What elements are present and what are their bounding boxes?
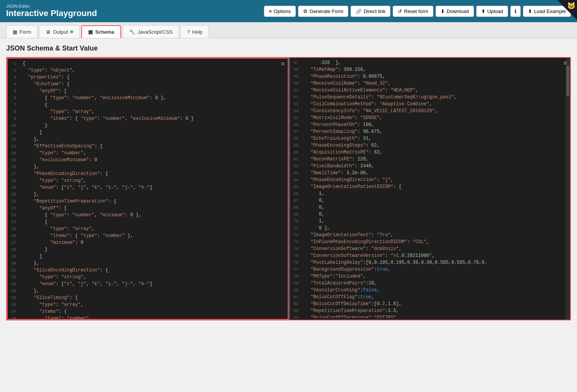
code-line: 76 "PostLabelingDelay":[0,0.195,0.195,0.… [290, 259, 570, 266]
reset-form-button[interactable]: ↺ Reset form [393, 6, 433, 17]
code-line: 28 } [8, 246, 288, 253]
code-line: 5 "anyOf": [ [8, 88, 288, 95]
code-line: 12 }, [8, 136, 288, 143]
code-line: 33 "enum": ["i", "j", "k", "i-", "j-", "… [8, 281, 288, 287]
header-main-title: Interactive Playground [6, 8, 97, 18]
code-line: 22 "anyOf": [ [8, 205, 288, 212]
header-subtitle: JSON-Editor [6, 4, 97, 8]
code-line: 25 "type": "array", [8, 225, 288, 232]
code-line: 35 "SliceTiming": { [8, 294, 288, 301]
code-line: 67 0, [290, 197, 570, 204]
wrench-icon: 🔧 [129, 29, 135, 35]
code-line: 68 0, [290, 204, 570, 211]
code-line: 51 "ReceiveCoilActiveElements": "HEA;HEP… [290, 87, 570, 94]
code-line: 37 "items": { [8, 308, 288, 315]
code-line: 65 "ImageOrientationPatientDICOM": [ [290, 183, 570, 190]
upload-icon: ⬆ [481, 8, 485, 14]
code-line: 60 "AcquisitionMatrixPE": 62, [290, 149, 570, 156]
scroll-thumb[interactable] [566, 65, 569, 96]
right-editor-menu-icon[interactable]: ≡ [563, 60, 567, 67]
code-line: 26 "items": { "type": "number" }, [8, 232, 288, 239]
options-button[interactable]: ≡ Options [264, 6, 296, 17]
download-button[interactable]: ⬇ Download [436, 6, 474, 17]
code-line: 79 "TotalAcquiredPairs":10, [290, 280, 570, 287]
tab-output[interactable]: 🖥 Output [39, 25, 80, 38]
code-line: 56 "PercentPhaseFOV": 100, [290, 121, 570, 128]
schema-icon: ▦ [88, 29, 93, 35]
code-line: 9 "items": { "type": "number", "exclusiv… [8, 115, 288, 122]
code-line: 70 1, [290, 218, 570, 225]
code-line: 83 "RepetitionTimePreparation":3.5, [290, 307, 570, 314]
code-line: 14 "type": "number", [8, 150, 288, 157]
code-line: 24 { [8, 219, 288, 225]
header: JSON-Editor Interactive Playground ≡ Opt… [0, 0, 577, 22]
code-line: 2 "type": "object", [8, 67, 288, 74]
code-line: 8 "type": "array", [8, 108, 288, 115]
code-line: 27 "minimum": 0 [8, 239, 288, 246]
tab-javascript-css[interactable]: 🔧 JavaScript/CSS [123, 25, 179, 38]
direct-link-button[interactable]: 🔗 Direct link [351, 6, 390, 17]
code-line: 32 "type": "string", [8, 274, 288, 281]
output-active-dot [70, 30, 73, 33]
right-editor[interactable]: ≡ 47 -328 ],48 "TxRefAmp": 368.158,49 "P… [288, 58, 570, 320]
code-line: 78 "M0Type":"Included", [290, 273, 570, 280]
link-icon: 🔗 [356, 8, 362, 14]
generate-form-button[interactable]: ⚙ Generate Form [298, 6, 348, 17]
code-line: 54 "ConsistencyInfo": "N4_VE11C_LATEST_2… [290, 108, 570, 114]
code-line: 58 "EchoTrainLength": 31, [290, 135, 570, 142]
code-line: 69 0, [290, 211, 570, 218]
code-line: 66 1, [290, 190, 570, 197]
header-buttons: ≡ Options ⚙ Generate Form 🔗 Direct link … [264, 6, 571, 17]
code-line: 16 }, [8, 163, 288, 170]
left-editor-menu-icon[interactable]: ≡ [281, 61, 285, 68]
code-line: 75 "ConversionSoftwareVersion": "v1.0.20… [290, 252, 570, 259]
right-code-area: 47 -328 ],48 "TxRefAmp": 368.158,49 "Pha… [290, 58, 570, 318]
code-line: 64 "PhaseEncodingDirection": "j", [290, 176, 570, 183]
code-line: 13 "EffectiveEchoSpacing": { [8, 143, 288, 150]
code-line: 20 }, [8, 191, 288, 198]
section-title: JSON Schema & Start Value [6, 44, 571, 52]
code-line: 15 "exclusiveMinimum": 0 [8, 157, 288, 163]
code-line: 63 "DwellTime": 3.2e-06, [290, 170, 570, 176]
code-line: 3 "properties": { [8, 74, 288, 81]
gear-icon: ⚙ [303, 8, 308, 14]
code-line: 53 "CoilCombinationMethod": "Adaptive Co… [290, 101, 570, 108]
code-line: 52 "PulseSequenceDetails": "%CustomerSeq… [290, 94, 570, 101]
code-line: 71 0 ], [290, 225, 570, 232]
output-icon: 🖥 [46, 29, 51, 35]
tab-help[interactable]: ? Help [180, 25, 209, 38]
code-line: 31 "SliceEncodingDirection": { [8, 267, 288, 274]
code-line: 61 "ReconMatrixPE": 128, [290, 156, 570, 163]
upload-button[interactable]: ⬆ Upload [476, 6, 508, 17]
code-line: 38 "type": "number" [8, 315, 288, 319]
code-line: 74 "ConversionSoftware": "dcm2niix", [290, 245, 570, 252]
code-line: 77 "BackgroundSuppression":true, [290, 266, 570, 273]
help-icon: ? [187, 29, 190, 35]
code-line: 18 "type": "string", [8, 177, 288, 184]
code-line: 50 "ReceiveCoilName": "Head_32", [290, 80, 570, 87]
code-line: 23 { "type": "number", "minimum": 0 }, [8, 212, 288, 219]
code-line: 48 "TxRefAmp": 368.158, [290, 66, 570, 73]
code-line: 59 "PhaseEncodingSteps": 62, [290, 142, 570, 149]
code-line: 73 "InPlanePhasEncodingDirectionDICOM": … [290, 238, 570, 245]
left-editor[interactable]: ≡ 1 {2 "type": "object",3 "properties": … [7, 58, 288, 320]
options-icon: ≡ [269, 8, 272, 14]
tab-form[interactable]: ▦ Form [6, 25, 38, 38]
code-line: 72 "ImageOrientationText": "Tra", [290, 232, 570, 238]
form-icon: ▦ [13, 29, 17, 35]
code-line: 1 { [8, 60, 288, 67]
info-button[interactable]: ℹ [510, 6, 521, 17]
code-line: 82 "BolusCutOffDelayTime":[0.7,1.6], [290, 301, 570, 307]
scrollbar[interactable] [566, 58, 570, 320]
code-line: 10 } [8, 122, 288, 129]
code-line: 7 { [8, 101, 288, 108]
code-line: 84 "BolusCutOffTechnique":"Q2TTRS" [290, 314, 570, 318]
load-icon: ⬆ [528, 8, 532, 14]
info-icon: ℹ [515, 8, 516, 14]
tab-schema[interactable]: ▦ Schema [81, 25, 121, 38]
code-line: 11 ] [8, 129, 288, 136]
code-line: 17 "PhaseEncodingDirection": { [8, 170, 288, 177]
download-icon: ⬇ [441, 8, 445, 14]
code-line: 6 { "type": "number", "exclusiveMinimum"… [8, 95, 288, 101]
code-line: 55 "MatrixCoilMode": "SENSE", [290, 114, 570, 121]
